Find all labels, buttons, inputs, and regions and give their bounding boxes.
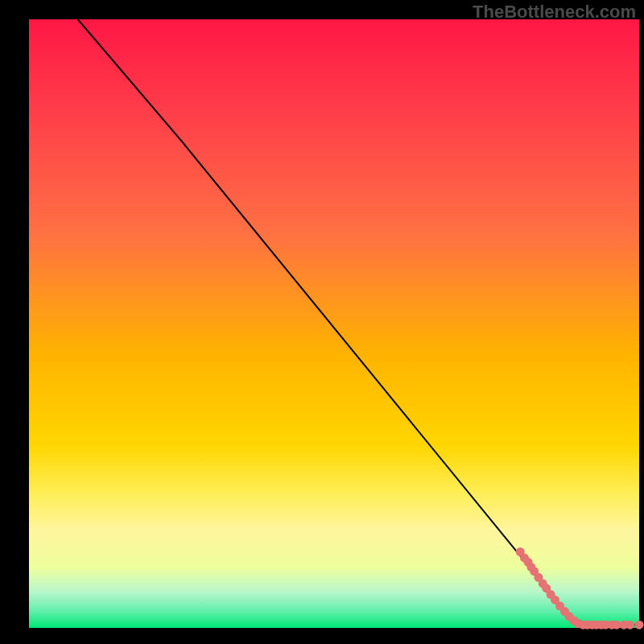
chart-background: [29, 19, 639, 628]
scatter-point: [625, 621, 634, 630]
scatter-point: [635, 621, 644, 630]
chart-svg: [0, 0, 644, 644]
chart-container: [0, 0, 644, 644]
watermark-text: TheBottleneck.com: [473, 2, 636, 23]
